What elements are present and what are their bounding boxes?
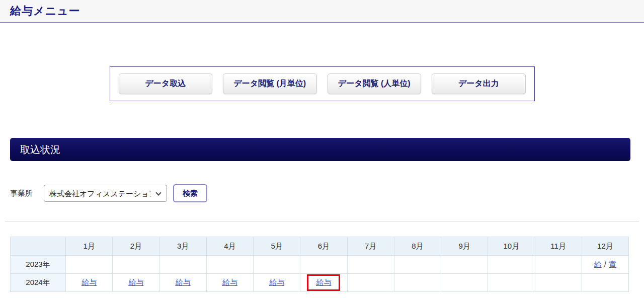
header-cell-year <box>11 237 66 256</box>
highlight-box: 給与 <box>307 274 340 291</box>
page-title: 給与メニュー <box>10 4 80 19</box>
header-cell-month: 8月 <box>394 237 441 256</box>
empty-cell <box>347 256 394 274</box>
header-cell-month: 6月 <box>300 237 347 256</box>
salary-link-2024-05[interactable]: 給与 <box>269 278 284 286</box>
empty-cell <box>254 256 300 274</box>
bonus-link-2023-dec[interactable]: 賞 <box>609 260 616 268</box>
divider <box>5 221 639 221</box>
empty-cell <box>535 256 582 274</box>
header-cell-month: 11月 <box>535 237 582 256</box>
salary-link-2024-04[interactable]: 給与 <box>222 278 237 286</box>
search-button[interactable]: 検索 <box>173 184 207 202</box>
header-cell-month: 1月 <box>66 237 113 256</box>
empty-cell <box>441 274 488 292</box>
year-cell-2024: 2024年 <box>11 274 66 292</box>
dec-2023-cell: 給/賞 <box>582 256 628 274</box>
empty-cell <box>394 274 441 292</box>
header-cell-month: 7月 <box>347 237 394 256</box>
header-cell-month: 9月 <box>441 237 488 256</box>
data-view-monthly-button[interactable]: データ閲覧 (月単位) <box>223 73 317 94</box>
empty-cell <box>488 256 535 274</box>
empty-cell <box>535 274 582 292</box>
table-header-row: 1月 2月 3月 4月 5月 6月 7月 8月 9月 10月 11月 12月 <box>11 237 629 256</box>
empty-cell <box>582 274 628 292</box>
empty-cell <box>159 256 206 274</box>
data-import-button[interactable]: データ取込 <box>119 73 213 94</box>
month-cell-may: 給与 <box>254 274 300 292</box>
salary-link-2024-06[interactable]: 給与 <box>316 278 331 286</box>
month-cell-mar: 給与 <box>159 274 206 292</box>
salary-link-2024-01[interactable]: 給与 <box>82 278 97 286</box>
office-filter-row: 事業所 株式会社オフィスステーション 検索 <box>10 184 644 202</box>
office-select-wrap: 株式会社オフィスステーション <box>44 185 167 202</box>
empty-cell <box>300 256 347 274</box>
salary-link-2024-03[interactable]: 給与 <box>176 278 191 286</box>
salary-link-2023-dec[interactable]: 給 <box>594 260 602 268</box>
header-cell-month: 5月 <box>254 237 300 256</box>
empty-cell <box>347 274 394 292</box>
header-cell-month: 4月 <box>206 237 253 256</box>
link-separator: / <box>604 260 606 268</box>
empty-cell <box>394 256 441 274</box>
month-cell-jan: 給与 <box>66 274 113 292</box>
header-cell-month: 2月 <box>113 237 159 256</box>
import-status-table: 1月 2月 3月 4月 5月 6月 7月 8月 9月 10月 11月 12月 2… <box>10 237 629 292</box>
empty-cell <box>206 256 253 274</box>
data-view-person-button[interactable]: データ閲覧 (人単位) <box>328 73 422 94</box>
page-header: 給与メニュー <box>0 0 644 23</box>
header-cell-month: 10月 <box>488 237 535 256</box>
import-status-title: 取込状況 <box>20 144 60 155</box>
empty-cell <box>488 274 535 292</box>
month-cell-jun: 給与 <box>300 274 347 292</box>
table-row-2024: 2024年 給与 給与 給与 給与 給与 給与 <box>11 274 629 292</box>
data-export-button[interactable]: データ出力 <box>432 73 526 94</box>
office-select[interactable]: 株式会社オフィスステーション <box>44 185 167 202</box>
salary-link-2024-02[interactable]: 給与 <box>128 278 143 286</box>
header-cell-month: 12月 <box>582 237 628 256</box>
table-row-2023: 2023年 給/賞 <box>11 256 629 274</box>
menu-button-box: データ取込 データ閲覧 (月単位) データ閲覧 (人単位) データ出力 <box>110 66 535 101</box>
month-cell-apr: 給与 <box>206 274 253 292</box>
header-cell-month: 3月 <box>159 237 206 256</box>
import-status-banner: 取込状況 <box>10 138 630 161</box>
empty-cell <box>113 256 159 274</box>
office-label: 事業所 <box>10 189 33 198</box>
empty-cell <box>441 256 488 274</box>
month-cell-feb: 給与 <box>113 274 159 292</box>
year-cell-2023: 2023年 <box>11 256 66 274</box>
empty-cell <box>66 256 113 274</box>
